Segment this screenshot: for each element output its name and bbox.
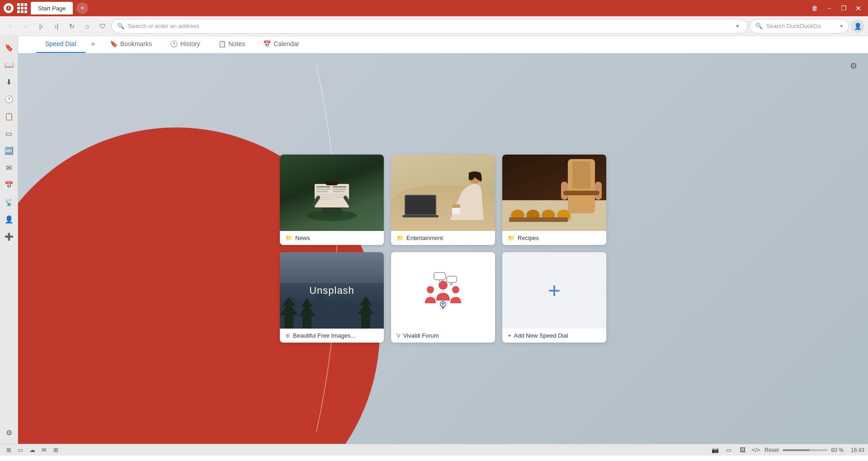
svg-rect-18 bbox=[452, 204, 460, 208]
address-bar[interactable]: 🔍 Search or enter an address ▾ bbox=[111, 19, 748, 33]
close-button[interactable]: ✕ bbox=[852, 2, 864, 14]
unsplash-icon: ⊕ bbox=[285, 332, 290, 339]
zoom-slider[interactable] bbox=[783, 449, 828, 451]
status-camera-icon[interactable]: 📷 bbox=[710, 445, 720, 455]
svg-rect-6 bbox=[316, 191, 328, 192]
minimize-button[interactable]: − bbox=[823, 2, 835, 14]
dial-card-unsplash-image: Unsplash bbox=[280, 252, 384, 329]
svg-rect-5 bbox=[316, 189, 330, 190]
reset-label[interactable]: Reset bbox=[764, 447, 778, 453]
svg-rect-15 bbox=[326, 181, 338, 185]
fastforward-button[interactable]: ›| bbox=[50, 19, 63, 33]
svg-marker-30 bbox=[450, 282, 453, 285]
tab-bookmarks-label: Bookmarks bbox=[120, 40, 152, 47]
speed-dial-settings[interactable]: ⚙ bbox=[846, 59, 861, 73]
apps-grid-icon[interactable] bbox=[17, 3, 27, 13]
svg-point-25 bbox=[427, 286, 434, 293]
add-plus-icon: + bbox=[548, 280, 561, 301]
svg-rect-8 bbox=[333, 189, 346, 190]
dial-card-add-image: + bbox=[502, 252, 606, 329]
delete-button[interactable]: 🗑 bbox=[808, 2, 821, 14]
sidebar-translate[interactable]: 🔤 bbox=[1, 143, 17, 158]
dial-card-unsplash[interactable]: Unsplash ⊕ Beautiful Free Images... bbox=[280, 252, 384, 343]
entertainment-folder-icon: 📁 bbox=[396, 235, 404, 241]
svg-point-26 bbox=[452, 286, 459, 293]
tab-title: Start Page bbox=[38, 5, 66, 12]
svg-rect-27 bbox=[434, 273, 445, 280]
tab-calendar-label: Calendar bbox=[274, 40, 299, 47]
status-code-icon[interactable]: </> bbox=[751, 445, 761, 455]
maximize-button[interactable]: ❐ bbox=[837, 2, 850, 14]
status-window-icon[interactable]: ▭ bbox=[724, 445, 734, 455]
speed-dial-area: ⚙ bbox=[18, 53, 868, 444]
status-icon-mail[interactable]: ✉ bbox=[39, 445, 49, 455]
back-button[interactable]: ‹ bbox=[4, 19, 17, 33]
sidebar-history[interactable]: 🕐 bbox=[1, 91, 17, 107]
forward-button[interactable]: › bbox=[19, 19, 33, 33]
reload-button[interactable]: ↻ bbox=[65, 19, 79, 33]
status-icon-tile[interactable]: ⊞ bbox=[4, 445, 14, 455]
search-engine-bar[interactable]: 🔍 Search DuckDuckGo ▾ bbox=[750, 19, 849, 33]
search-engine-icon: 🔍 bbox=[755, 23, 763, 29]
notes-tab-icon: 📋 bbox=[218, 40, 226, 47]
zoom-level: 60 % bbox=[831, 447, 844, 453]
dial-card-news-image bbox=[280, 155, 384, 231]
dial-card-news[interactable]: 📁 News bbox=[280, 155, 384, 245]
sidebar-downloads[interactable]: ⬇ bbox=[1, 74, 17, 89]
sidebar-bookmarks[interactable]: 🔖 bbox=[1, 40, 17, 55]
app-logo[interactable] bbox=[4, 3, 14, 13]
tab-speed-dial[interactable]: Speed Dial bbox=[36, 36, 85, 53]
dial-card-vivaldi-image bbox=[391, 252, 495, 329]
search-icon: 🔍 bbox=[117, 23, 124, 29]
dial-card-vivaldi-label: V Vivaldi Forum bbox=[391, 329, 495, 343]
speed-dial-grid: 📁 News bbox=[280, 155, 606, 343]
svg-rect-7 bbox=[333, 186, 346, 188]
profile-button[interactable]: 👤 bbox=[851, 19, 864, 33]
dial-card-entertainment-image bbox=[391, 155, 495, 231]
rewind-button[interactable]: |‹ bbox=[34, 19, 48, 33]
sidebar-add-panel[interactable]: ➕ bbox=[1, 229, 17, 244]
sidebar-reader[interactable]: 📖 bbox=[1, 57, 17, 72]
history-tab-icon: 🕐 bbox=[170, 40, 178, 47]
status-bar: ⊞ ▭ ☁ ✉ ⊞ 📷 ▭ 🖼 </> Reset 60 % 16:43 bbox=[0, 444, 868, 456]
status-image-icon[interactable]: 🖼 bbox=[737, 445, 747, 455]
svg-rect-11 bbox=[316, 197, 346, 198]
sidebar-contacts[interactable]: 👤 bbox=[1, 212, 17, 227]
add-new-label: + bbox=[508, 332, 511, 339]
dial-card-add-label: + Add New Speed Dial bbox=[502, 329, 606, 343]
home-button[interactable]: ⌂ bbox=[80, 19, 94, 33]
sidebar-feeds[interactable]: 📡 bbox=[1, 194, 17, 210]
sidebar-calendar[interactable]: 📅 bbox=[1, 177, 17, 193]
sidebar-settings[interactable]: ⚙ bbox=[1, 425, 17, 440]
status-left: ⊞ ▭ ☁ ✉ ⊞ bbox=[4, 445, 61, 455]
window-controls: 🗑 − ❐ ✕ bbox=[808, 2, 864, 14]
time-display: 16:43 bbox=[851, 447, 864, 453]
dial-card-recipes-label: 📁 Recipes bbox=[502, 231, 606, 245]
status-icon-tab[interactable]: ▭ bbox=[15, 445, 25, 455]
title-bar: Start Page + 🗑 − ❐ ✕ bbox=[0, 0, 868, 16]
dial-card-entertainment[interactable]: 📁 Entertainment bbox=[391, 155, 495, 245]
current-tab[interactable]: Start Page bbox=[31, 2, 73, 14]
sidebar-mail[interactable]: ✉ bbox=[1, 160, 17, 175]
dial-card-news-label: 📁 News bbox=[280, 231, 384, 245]
shield-button[interactable]: 🛡 bbox=[96, 19, 109, 33]
sidebar-notes[interactable]: 📋 bbox=[1, 108, 17, 124]
address-dropdown[interactable]: ▾ bbox=[733, 22, 742, 31]
dial-card-add-new[interactable]: + + Add New Speed Dial bbox=[502, 252, 606, 343]
dial-card-entertainment-label: 📁 Entertainment bbox=[391, 231, 495, 245]
unsplash-brand-text: Unsplash bbox=[309, 285, 354, 296]
sidebar-panels[interactable]: ▭ bbox=[1, 126, 17, 141]
dial-card-vivaldi-forum[interactable]: V Vivaldi Forum bbox=[391, 252, 495, 343]
tab-navigation: Speed Dial + 🔖 Bookmarks 🕐 History 📋 Not… bbox=[18, 36, 868, 53]
dial-card-recipes[interactable]: 📁 Recipes bbox=[502, 155, 606, 245]
tab-add-button[interactable]: + bbox=[85, 36, 101, 53]
status-icon-grid[interactable]: ⊞ bbox=[51, 445, 61, 455]
tab-notes[interactable]: 📋 Notes bbox=[209, 36, 255, 53]
new-tab-button[interactable]: + bbox=[76, 2, 88, 14]
tab-bookmarks[interactable]: 🔖 Bookmarks bbox=[101, 36, 161, 53]
search-engine-dropdown[interactable]: ▾ bbox=[840, 23, 843, 29]
tab-history[interactable]: 🕐 History bbox=[161, 36, 209, 53]
status-icon-cloud[interactable]: ☁ bbox=[27, 445, 37, 455]
svg-rect-9 bbox=[333, 191, 344, 192]
tab-calendar[interactable]: 📅 Calendar bbox=[254, 36, 308, 53]
